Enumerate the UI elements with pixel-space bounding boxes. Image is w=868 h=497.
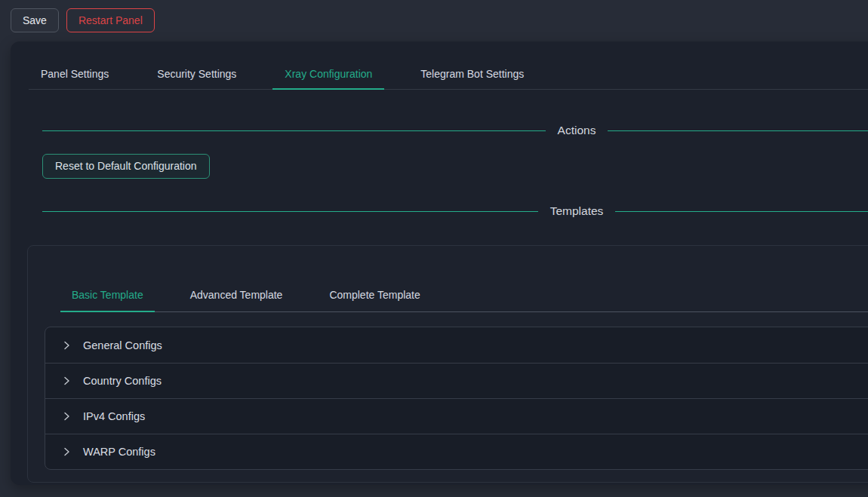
tab-advanced-template[interactable]: Advanced Template — [179, 278, 294, 311]
configs-accordion: General Configs Country Configs IPv4 Con… — [45, 327, 868, 470]
accordion-label: General Configs — [83, 339, 162, 351]
accordion-ipv4-configs[interactable]: IPv4 Configs — [45, 398, 868, 434]
top-toolbar: Save Restart Panel — [11, 8, 155, 32]
template-tab-bar: Basic Template Advanced Template Complet… — [60, 278, 868, 312]
accordion-warp-configs[interactable]: WARP Configs — [45, 434, 868, 469]
tab-complete-template[interactable]: Complete Template — [318, 278, 431, 311]
settings-tab-bar: Panel Settings Security Settings Xray Co… — [29, 60, 868, 90]
restart-panel-button[interactable]: Restart Panel — [66, 8, 155, 32]
chevron-right-icon — [62, 447, 71, 456]
divider-line — [615, 211, 868, 212]
tab-xray-configuration[interactable]: Xray Configuration — [272, 60, 384, 89]
accordion-label: WARP Configs — [83, 446, 155, 458]
templates-section-divider: Templates — [42, 202, 868, 220]
accordion-country-configs[interactable]: Country Configs — [45, 363, 868, 398]
tab-basic-template[interactable]: Basic Template — [60, 278, 155, 311]
reset-default-configuration-button[interactable]: Reset to Default Configuration — [42, 154, 210, 179]
templates-card: Basic Template Advanced Template Complet… — [27, 245, 868, 483]
divider-line — [608, 130, 868, 131]
actions-section-divider: Actions — [42, 121, 868, 140]
accordion-general-configs[interactable]: General Configs — [45, 327, 868, 363]
tab-panel-settings[interactable]: Panel Settings — [29, 60, 121, 89]
actions-section-title: Actions — [546, 124, 608, 137]
tab-telegram-bot-settings[interactable]: Telegram Bot Settings — [408, 60, 536, 89]
divider-line — [42, 211, 538, 212]
divider-line — [42, 130, 546, 131]
accordion-label: Country Configs — [83, 375, 162, 387]
accordion-label: IPv4 Configs — [83, 410, 145, 422]
settings-card: Panel Settings Security Settings Xray Co… — [11, 41, 868, 485]
save-button[interactable]: Save — [11, 8, 59, 32]
tab-security-settings[interactable]: Security Settings — [145, 60, 248, 89]
chevron-right-icon — [62, 412, 71, 421]
templates-section-title: Templates — [538, 204, 616, 218]
chevron-right-icon — [62, 341, 71, 350]
chevron-right-icon — [62, 376, 71, 385]
